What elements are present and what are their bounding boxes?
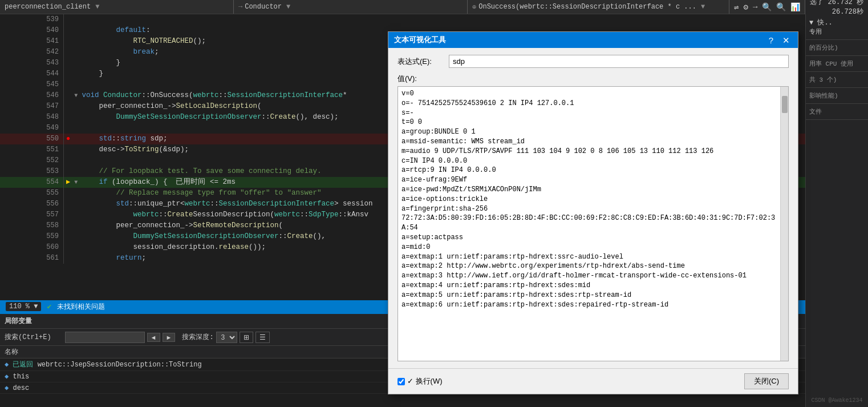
settings-icon[interactable]: ⚙ — [744, 2, 748, 12]
line-number: 561 — [0, 253, 63, 264]
line-code — [79, 14, 805, 25]
line-fold[interactable] — [72, 253, 79, 264]
filename-text: peerconnection_client — [5, 3, 91, 11]
line-number: 541 — [0, 36, 63, 47]
line-fold[interactable] — [72, 231, 79, 242]
line-marker — [63, 123, 72, 134]
line-fold[interactable] — [72, 199, 79, 209]
dialog-body: 表达式(E): 值(V): — [388, 48, 798, 368]
line-fold[interactable] — [72, 68, 79, 79]
execute-checkbox-label[interactable]: ✓ 换行(W) — [398, 376, 443, 386]
line-fold[interactable] — [72, 209, 79, 220]
local-name: ◆ this — [0, 371, 437, 382]
right-section-influence: 影响性能) — [806, 88, 868, 104]
line-marker — [63, 166, 72, 177]
line-number: 546 — [0, 90, 63, 101]
line-number: 555 — [0, 188, 63, 199]
usage-label: 用率 CPU 使用 — [809, 59, 865, 68]
line-number: 550 — [0, 134, 63, 144]
zoom-level[interactable]: 110 % ▼ — [6, 302, 41, 311]
line-fold[interactable] — [72, 166, 79, 177]
top-segment-onsuccess[interactable]: ⊕ OnSuccess(webrtc::SessionDescriptionIn… — [468, 0, 729, 14]
search-label: 搜索(Ctrl+E) — [5, 332, 51, 342]
list-btn[interactable]: ☰ — [255, 332, 270, 343]
search-input[interactable] — [65, 332, 145, 343]
line-marker — [63, 25, 72, 36]
zoom-out-icon[interactable]: 🔍 — [776, 2, 786, 12]
line-number: 556 — [0, 199, 63, 209]
line-number: 542 — [0, 47, 63, 58]
file-label: 文件 — [809, 107, 865, 116]
line-fold[interactable] — [72, 47, 79, 58]
line-marker — [63, 155, 72, 166]
line-fold[interactable]: ▼ — [72, 90, 79, 101]
line-marker — [63, 14, 72, 25]
line-fold[interactable] — [72, 134, 79, 144]
line-fold[interactable] — [72, 242, 79, 253]
status-message: 未找到相关问题 — [57, 302, 105, 312]
line-number: 544 — [0, 68, 63, 79]
expression-input[interactable] — [449, 55, 789, 68]
line-number: 547 — [0, 101, 63, 112]
line-fold[interactable] — [72, 79, 79, 90]
execute-checkbox[interactable] — [398, 378, 405, 385]
top-segment-filename[interactable]: peerconnection_client ▼ — [0, 0, 234, 14]
value-label: 值(V): — [398, 74, 789, 84]
line-number: 552 — [0, 155, 63, 166]
onsuccess-text: OnSuccess(webrtc::SessionDescriptionInte… — [478, 3, 696, 11]
close-btn[interactable]: 关闭(C) — [744, 373, 789, 389]
line-fold[interactable] — [72, 25, 79, 36]
line-number: 553 — [0, 166, 63, 177]
dialog-controls: ? ✕ — [766, 36, 792, 45]
dialog-help-btn[interactable]: ? — [766, 36, 776, 45]
line-fold[interactable]: ▼ — [72, 177, 79, 188]
dialog-close-btn[interactable]: ✕ — [780, 36, 792, 45]
line-fold[interactable] — [72, 14, 79, 25]
scrollbar-thumb — [782, 96, 788, 113]
line-fold[interactable] — [72, 155, 79, 166]
line-marker — [63, 112, 72, 123]
influence-label: 影响性能) — [809, 91, 865, 100]
line-marker — [63, 231, 72, 242]
line-marker: ● — [63, 134, 72, 144]
nav-forward-icon[interactable]: → — [753, 2, 757, 11]
line-marker — [63, 209, 72, 220]
dialog-scrollbar[interactable] — [780, 87, 788, 361]
search-next-btn[interactable]: ► — [163, 333, 176, 342]
chart-icon[interactable]: 📊 — [790, 2, 800, 12]
zoom-in-icon[interactable]: 🔍 — [762, 2, 772, 12]
line-fold[interactable] — [72, 188, 79, 199]
line-number: 551 — [0, 144, 63, 155]
line-marker — [63, 144, 72, 155]
right-section-percent: 的百分比) — [806, 40, 868, 56]
line-number: 545 — [0, 79, 63, 90]
line-marker: ▶ — [63, 177, 72, 188]
line-fold[interactable] — [72, 36, 79, 47]
line-marker — [63, 188, 72, 199]
exclusive-label: 专用 — [809, 27, 865, 36]
right-section-file: 文件 — [806, 104, 868, 120]
line-number: 540 — [0, 25, 63, 36]
line-marker — [63, 68, 72, 79]
top-segment-conductor[interactable]: → Conductor ▼ — [234, 0, 468, 14]
local-name: ◆ 已返回 webrtc::JsepSessionDescription::To… — [0, 358, 437, 371]
line-fold[interactable] — [72, 123, 79, 134]
line-fold[interactable] — [72, 220, 79, 231]
textarea-wrap — [398, 86, 789, 361]
line-fold[interactable] — [72, 58, 79, 68]
visualizer-dialog[interactable]: 文本可视化工具 ? ✕ 表达式(E): 值(V): — [388, 31, 798, 394]
depth-label: 搜索深度: — [182, 332, 213, 342]
filter-btn[interactable]: ⊞ — [240, 332, 253, 343]
timing1: 选了 26.732 秒 — [810, 0, 863, 7]
line-marker — [63, 90, 72, 101]
value-textarea[interactable] — [398, 87, 780, 361]
line-number: 539 — [0, 14, 63, 25]
line-fold[interactable] — [72, 112, 79, 123]
top-bar: peerconnection_client ▼ → Conductor ▼ ⊕ … — [0, 0, 868, 14]
pin-icon[interactable]: ⇌ — [734, 2, 739, 12]
fast-label: ▼ 快.. — [809, 18, 865, 27]
search-prev-btn[interactable]: ◄ — [147, 333, 160, 342]
line-fold[interactable] — [72, 144, 79, 155]
depth-select[interactable]: 31245 — [216, 332, 237, 343]
line-fold[interactable] — [72, 101, 79, 112]
